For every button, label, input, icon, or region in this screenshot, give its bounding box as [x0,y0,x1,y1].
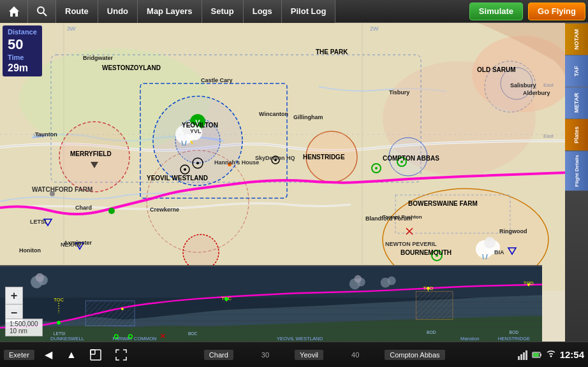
svg-point-30 [484,237,496,248]
location-mid: Chard [204,350,233,360]
goflying-button[interactable]: Go Flying [528,3,585,20]
svg-rect-115 [91,350,95,354]
svg-rect-117 [520,354,522,360]
svg-point-54 [274,159,277,161]
svg-text:3W: 3W [67,25,76,32]
svg-point-71 [354,275,362,283]
main-content: V [0,23,588,342]
svg-point-43 [50,191,55,196]
svg-point-107 [224,297,228,301]
svg-point-13 [389,138,427,176]
search-button[interactable] [28,0,56,23]
svg-text:FARWAY COMMON: FARWAY COMMON [112,336,156,342]
svg-rect-122 [533,353,539,357]
distance-marker-40: 40 [351,350,359,360]
svg-rect-75 [416,291,453,319]
svg-text:TOC: TOC [54,297,64,303]
svg-point-24 [182,122,195,134]
location-compton: Compton Abbas [385,350,445,360]
svg-text:BOC: BOC [188,331,198,336]
undo-button[interactable]: Undo [98,0,138,23]
location-left: Exeter [4,350,34,360]
svg-point-68 [36,273,44,282]
pilotlog-button[interactable]: Pilot Log [282,0,336,23]
svg-line-1 [43,13,47,16]
up-nav-button[interactable]: ▲ [61,345,82,365]
svg-rect-65 [0,266,542,298]
svg-line-31 [483,254,483,259]
svg-rect-118 [523,352,525,360]
svg-text:HENSTRIDGE: HENSTRIDGE [498,336,530,342]
scale-distance: 10 nm [10,327,38,335]
svg-text:DUNKESWELL: DUNKESWELL [50,336,85,342]
metar-button[interactable]: METAR [565,87,588,119]
zoom-controls: + − [5,287,23,322]
fullscreen-button[interactable] [110,343,133,366]
time-value: 29m [8,62,37,74]
back-nav-button[interactable]: ◀ [38,345,59,365]
top-navigation: Route Undo Map Layers Setup Logs Pilot L… [0,0,588,23]
svg-point-105 [57,321,61,325]
svg-point-48 [436,254,438,257]
svg-text:2W: 2W [370,25,379,32]
svg-point-42 [108,208,115,214]
maplayers-button[interactable]: Map Layers [138,0,202,23]
svg-point-34 [196,162,199,164]
svg-rect-116 [518,356,520,360]
scale-indicator: 1:500,000 10 nm [5,319,43,336]
svg-point-55 [228,162,232,166]
home-button[interactable] [0,0,28,23]
svg-point-12 [306,131,357,182]
zoom-in-button[interactable]: + [5,287,23,305]
svg-text:East: East [543,82,554,88]
location-right-henstridge: Yeovil [295,350,323,360]
svg-point-38 [375,167,378,169]
window-button[interactable] [84,343,107,366]
svg-text:BOD: BOD [510,330,519,335]
plates-button[interactable]: Plates [565,119,588,150]
svg-point-109 [527,284,530,286]
svg-point-73 [387,277,395,285]
setup-button[interactable]: Setup [202,0,244,23]
svg-point-36 [184,168,186,171]
route-button[interactable]: Route [56,0,98,23]
svg-point-9 [59,122,129,192]
svg-rect-119 [526,350,527,360]
time-label: Time [8,54,37,62]
distance-label: Distance [8,28,37,36]
svg-text:BOD: BOD [427,330,436,335]
svg-text:East: East [543,133,554,139]
svg-text:Manston: Manston [460,336,479,342]
flight-details-button[interactable]: Flight Details [565,150,588,191]
svg-point-106 [121,308,124,310]
status-right: 12:54 [518,349,584,361]
right-side-panel: NOTAM TAF METAR Plates Flight Details [565,23,588,342]
svg-text:V: V [195,119,200,126]
wifi-icon [546,349,556,361]
simulate-button[interactable]: Simulate [469,3,523,20]
scale-ratio: 1:500,000 [10,320,38,327]
notam-button[interactable]: NOTAM [565,23,588,55]
svg-rect-114 [91,350,101,360]
svg-point-108 [427,287,430,289]
svg-text:YEOVIL WESTLAND: YEOVIL WESTLAND [277,336,323,342]
distance-marker-30: 30 [261,350,269,360]
distance-time-overlay: Distance 50 Time 29m [3,25,42,76]
signal-icon [518,350,528,360]
clock-display: 12:54 [560,349,584,360]
svg-rect-121 [540,354,541,356]
distance-value: 50 [8,36,37,53]
svg-point-0 [38,7,44,13]
battery-icon [532,350,542,360]
svg-point-16 [501,68,533,99]
svg-point-40 [401,161,403,163]
status-bar: Exeter ◀ ▲ Chard 30 Yeovil 40 Compton Ab… [0,342,588,367]
map-area[interactable]: V [0,23,565,342]
elevation-profile: TOC TOC TOD TOD BOC LETSI BOD BOD [0,265,542,342]
svg-rect-74 [85,301,135,326]
taf-button[interactable]: TAF [565,55,588,87]
logs-button[interactable]: Logs [244,0,282,23]
svg-text:51N: 51N [33,133,44,139]
